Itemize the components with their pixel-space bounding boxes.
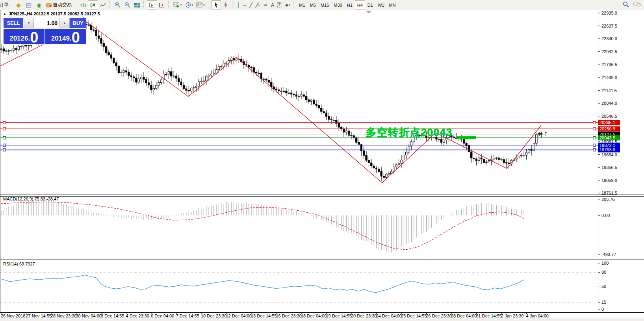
cursor-button[interactable]	[212, 0, 221, 9]
chart-shift-button[interactable]	[157, 1, 167, 9]
timeframe-h4[interactable]: H4	[355, 0, 365, 9]
periods-clock-icon	[185, 2, 191, 8]
fibonacci-tool[interactable]: ≡F	[262, 1, 269, 9]
time-axis-label: 26 Nov 2018	[1, 314, 25, 318]
timeframe-d1[interactable]: D1	[365, 1, 375, 9]
line-chart-icon	[100, 2, 106, 8]
svg-text:15: 15	[601, 300, 606, 304]
vertical-line-tool[interactable]: │	[236, 1, 242, 9]
timeframe-m15[interactable]: M15	[318, 1, 331, 9]
svg-text:100: 100	[601, 261, 609, 265]
arrows-tool[interactable]: ◆▾	[284, 1, 291, 9]
market-watch-icon: ◆	[15, 2, 22, 8]
crosshair-icon	[223, 2, 229, 8]
svg-text:0.00: 0.00	[601, 213, 610, 218]
horizontal-line-tool[interactable]: ─	[241, 1, 248, 9]
svg-text:21439.0: 21439.0	[601, 75, 617, 80]
svg-text:21141.5: 21141.5	[601, 88, 617, 93]
svg-text:19654.0: 19654.0	[601, 152, 617, 157]
sell-button[interactable]: SELL	[3, 18, 24, 28]
time-axis-label: 30 Nov 04:00	[76, 314, 102, 318]
data-window-button[interactable]: ▤	[24, 1, 34, 9]
svg-text:22637.5: 22637.5	[601, 24, 617, 28]
timeframe-w1[interactable]: W1	[375, 1, 387, 9]
buy-price-button[interactable]: 20149.0	[45, 28, 87, 45]
time-axis-label: 28 Dec 04:00	[451, 314, 477, 318]
toolbar-separator	[75, 1, 77, 9]
svg-text:19059.0: 19059.0	[601, 178, 617, 183]
chat-icon[interactable]	[633, 1, 641, 9]
new-order-button[interactable]: 订单	[0, 1, 13, 9]
toolbar-separator	[143, 1, 145, 9]
autotrading-icon	[46, 2, 53, 8]
periods-button[interactable]: ▾	[184, 1, 195, 9]
market-watch-button[interactable]: ◆	[13, 1, 24, 9]
arrows-icon: ◆	[285, 3, 288, 7]
chart-title-text: JPN225-,H4 20132.5 20137.5 20082.5 20127…	[9, 11, 100, 16]
buy-price-int: 20149	[51, 35, 70, 42]
toolbar-separator	[168, 1, 170, 9]
autoscroll-button[interactable]	[147, 0, 157, 9]
time-axis-label: 25 Dec 14:55	[401, 314, 427, 318]
volume-decrease-button[interactable]: ▼	[24, 18, 34, 28]
chart-canvas[interactable]: 20395.120250.920127.520043.519872.119763…	[0, 0, 644, 321]
collapse-panel-icon[interactable]: ▲	[3, 12, 6, 16]
crosshair-button[interactable]	[221, 1, 230, 9]
buy-button[interactable]: BUY	[70, 18, 86, 28]
trendline-tool[interactable]: ╱	[248, 1, 254, 9]
time-axis-label: 27 Nov 14:55	[26, 314, 52, 318]
candlestick-icon	[90, 2, 96, 8]
line-chart-button[interactable]	[98, 1, 108, 9]
timeframe-m5[interactable]: M5	[308, 1, 318, 9]
channel-tool[interactable]: ╱E	[254, 1, 262, 9]
rsi-label: RSI(14) 63.7927	[3, 262, 35, 266]
timeframe-h1[interactable]: H1	[345, 1, 355, 9]
zoom-out-button[interactable]	[122, 1, 132, 9]
chart-title: ▲ JPN225-,H4 20132.5 20137.5 20082.5 201…	[3, 11, 100, 16]
svg-text:22935.0: 22935.0	[601, 11, 617, 15]
templates-icon	[196, 2, 203, 8]
volume-increase-button[interactable]: ▲	[59, 18, 70, 28]
zoom-in-icon	[114, 2, 121, 8]
svg-text:80: 80	[601, 270, 606, 275]
label-icon: T	[277, 2, 282, 7]
timeframe-mn[interactable]: MN	[386, 1, 398, 9]
timeframe-m1[interactable]: M1	[297, 1, 307, 9]
toolbar-separator	[232, 1, 234, 9]
svg-text:22340.0: 22340.0	[601, 36, 617, 41]
bar-chart-button[interactable]	[78, 1, 88, 9]
label-tool[interactable]: T	[276, 1, 284, 9]
toolbar-separator	[208, 1, 210, 9]
tile-windows-button[interactable]	[132, 1, 142, 9]
autoscroll-icon	[149, 2, 155, 8]
autotrading-button[interactable]: 自动交易	[44, 1, 73, 9]
time-axis-label: 20 Dec 23:30	[351, 314, 377, 318]
fibonacci-icon: ≡	[264, 2, 266, 8]
buy-price-pips: 0	[72, 32, 80, 43]
time-axis-label: 2 Jan 23:30	[501, 314, 524, 318]
svg-text:20844.0: 20844.0	[601, 101, 617, 106]
sell-price-button[interactable]: 20126.0	[3, 28, 45, 45]
candlestick-chart-button[interactable]	[88, 0, 98, 9]
zoom-in-button[interactable]	[113, 1, 122, 9]
cursor-icon	[213, 2, 219, 8]
one-click-trading-panel: SELL ▼ 1.00 ▲ BUY 20126.0 20149.0	[3, 18, 86, 45]
zoom-out-icon	[124, 2, 131, 8]
signals-button[interactable]: ◉	[34, 1, 44, 9]
text-icon: A	[271, 2, 274, 8]
templates-button[interactable]: ▾	[195, 1, 206, 9]
volume-input[interactable]: 1.00	[34, 18, 59, 28]
text-tool[interactable]: A	[269, 1, 276, 9]
indicators-button[interactable]: ▾	[172, 1, 184, 9]
svg-text:20395.1: 20395.1	[599, 120, 615, 125]
time-axis-label: 12 Dec 04:00	[226, 314, 252, 318]
chart-shift-icon	[159, 2, 165, 8]
svg-text:20546.5: 20546.5	[601, 114, 617, 119]
timeframe-m30[interactable]: M30	[331, 1, 344, 9]
time-axis-label: 19 Dec 14:55	[326, 314, 352, 318]
search-icon[interactable]	[623, 1, 629, 9]
time-axis-label: 18 Dec 04:00	[301, 314, 327, 318]
chart-annotation: 多空转折点20043	[366, 125, 452, 139]
bar-chart-icon	[80, 2, 86, 8]
svg-text:205.76: 205.76	[601, 197, 615, 202]
